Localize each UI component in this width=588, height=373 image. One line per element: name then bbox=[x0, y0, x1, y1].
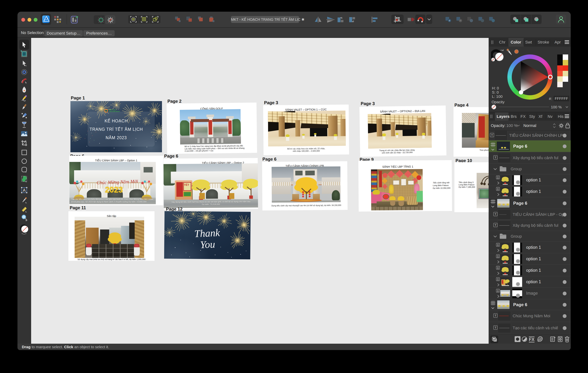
svg-text:A: A bbox=[23, 188, 26, 193]
